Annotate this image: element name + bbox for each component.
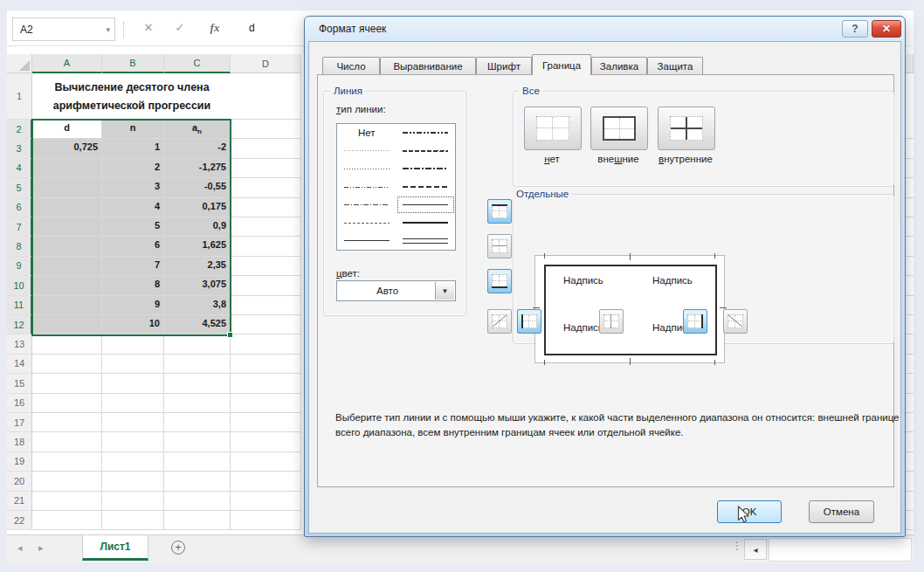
cell[interactable]: [32, 276, 102, 295]
cell[interactable]: [32, 394, 102, 413]
row-header[interactable]: 7: [7, 217, 32, 237]
hscroll-left-icon[interactable]: ◂: [744, 539, 767, 560]
select-all-corner[interactable]: [7, 54, 32, 73]
cell[interactable]: [231, 334, 301, 354]
border-top-button[interactable]: [487, 199, 512, 224]
formula-bar-value[interactable]: d: [249, 22, 255, 34]
line-style-option[interactable]: [396, 214, 456, 232]
cell[interactable]: [32, 315, 102, 334]
row-header-2[interactable]: 2: [7, 120, 32, 139]
cell[interactable]: [102, 511, 164, 530]
cell[interactable]: [32, 432, 102, 451]
cell[interactable]: [231, 511, 301, 530]
row-header[interactable]: 20: [7, 472, 32, 491]
sheet-nav-right-icon[interactable]: ▸: [38, 542, 44, 554]
cell[interactable]: [32, 237, 102, 256]
cell[interactable]: [32, 452, 102, 472]
line-style-option[interactable]: Нет: [337, 124, 396, 142]
border-inner-horizontal-button[interactable]: [487, 234, 512, 258]
row-header[interactable]: 18: [7, 432, 32, 451]
cell[interactable]: 0,175: [164, 198, 231, 217]
color-combobox[interactable]: Авто ▼: [336, 280, 456, 301]
row-header[interactable]: 9: [7, 257, 32, 276]
cell[interactable]: 2: [102, 159, 164, 178]
cell[interactable]: [102, 413, 164, 432]
row-header[interactable]: 19: [7, 452, 32, 472]
row-header[interactable]: 11: [7, 296, 32, 315]
cell[interactable]: [164, 334, 231, 354]
preset-none-button[interactable]: [524, 107, 582, 150]
row-header[interactable]: 4: [7, 159, 32, 178]
cell[interactable]: 10: [102, 315, 164, 334]
column-header-c[interactable]: C: [164, 54, 231, 73]
cell[interactable]: [231, 139, 301, 158]
cell[interactable]: [231, 296, 301, 315]
cell[interactable]: [164, 511, 231, 530]
cell[interactable]: [164, 452, 231, 472]
row-header[interactable]: 10: [7, 276, 32, 295]
cell[interactable]: [32, 511, 102, 530]
cell[interactable]: 3,8: [164, 296, 231, 315]
add-sheet-icon[interactable]: +: [171, 541, 185, 555]
cell[interactable]: 3: [102, 178, 164, 197]
cell[interactable]: -1,275: [164, 159, 231, 178]
line-style-option[interactable]: [337, 142, 396, 161]
row-header[interactable]: 5: [7, 178, 32, 197]
sheet-nav-left-icon[interactable]: ◂: [17, 542, 23, 554]
line-style-option[interactable]: [396, 178, 456, 196]
row-header[interactable]: 15: [7, 374, 32, 393]
cell[interactable]: [231, 159, 301, 178]
cell[interactable]: [231, 394, 301, 413]
cell-a2-active[interactable]: d: [32, 120, 102, 139]
cell[interactable]: [32, 178, 102, 197]
cell[interactable]: [32, 334, 102, 354]
cell[interactable]: [231, 237, 301, 256]
cell[interactable]: [231, 257, 301, 276]
row-header[interactable]: 22: [7, 511, 32, 530]
row-header[interactable]: 17: [7, 413, 32, 432]
combobox-arrow-icon[interactable]: ▼: [435, 282, 454, 300]
tabbar-splitter-icon[interactable]: ⋮: [732, 540, 742, 552]
tab-border[interactable]: Граница: [532, 54, 591, 75]
cell[interactable]: [32, 159, 102, 178]
cell[interactable]: [231, 178, 301, 197]
cell[interactable]: [102, 452, 164, 472]
cell[interactable]: [231, 492, 301, 511]
cell[interactable]: 7: [102, 257, 164, 276]
cell[interactable]: [164, 394, 231, 413]
sheet-tab-list1[interactable]: Лист1: [82, 535, 148, 561]
row-header[interactable]: 21: [7, 492, 32, 511]
cell[interactable]: [164, 413, 231, 432]
cell[interactable]: 6: [102, 237, 164, 256]
row-header[interactable]: 16: [7, 394, 32, 413]
cell[interactable]: [231, 472, 301, 491]
line-style-option[interactable]: [337, 178, 396, 196]
cell[interactable]: [231, 315, 301, 334]
line-style-option[interactable]: [396, 124, 456, 142]
border-inner-vertical-button[interactable]: [599, 309, 624, 334]
cell[interactable]: [32, 492, 102, 511]
merged-title-cell[interactable]: Вычисление десятого члена арифметической…: [32, 73, 231, 120]
cell[interactable]: 4: [102, 198, 164, 217]
cell[interactable]: [231, 374, 301, 393]
preset-inside-button[interactable]: [658, 107, 715, 150]
cell[interactable]: [32, 413, 102, 432]
cell-d1[interactable]: [231, 73, 301, 120]
cell[interactable]: 5: [102, 217, 164, 237]
row-header[interactable]: 3: [7, 139, 32, 158]
cell[interactable]: 1: [102, 139, 164, 158]
tab-number[interactable]: Число: [322, 57, 380, 74]
cell[interactable]: [231, 355, 301, 374]
cell[interactable]: [231, 276, 301, 295]
insert-function-icon[interactable]: fx: [206, 21, 224, 35]
line-style-option[interactable]: [337, 196, 396, 214]
cell[interactable]: 8: [102, 276, 164, 295]
cell[interactable]: [102, 432, 164, 451]
tab-alignment[interactable]: Выравнивание: [380, 57, 476, 74]
cell[interactable]: -0,55: [164, 178, 231, 197]
column-header-a[interactable]: A: [32, 54, 102, 73]
line-style-option[interactable]: [337, 160, 396, 178]
row-header[interactable]: 8: [7, 237, 32, 256]
cell[interactable]: 3,075: [164, 276, 231, 295]
help-button[interactable]: ?: [842, 20, 868, 38]
